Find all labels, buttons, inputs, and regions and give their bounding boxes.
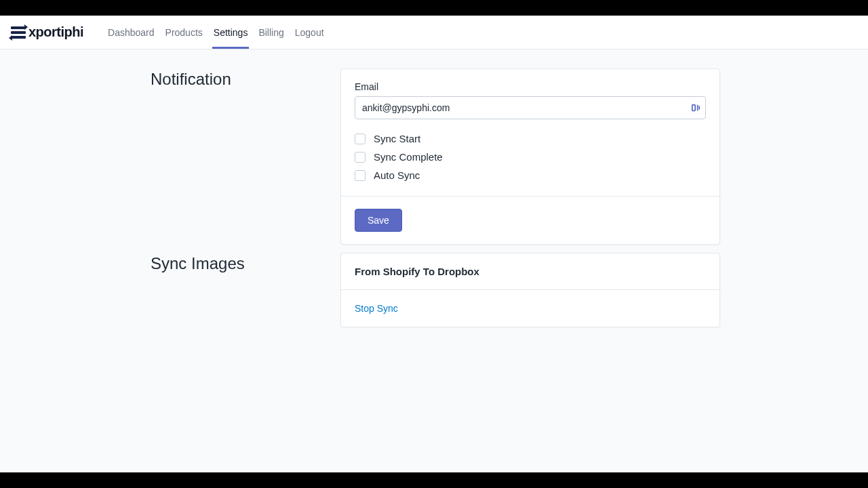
nav-item-label: Settings: [214, 27, 248, 38]
checkbox-icon: [355, 134, 366, 144]
page-content: Notification Email: [0, 49, 868, 472]
nav-item-label: Dashboard: [108, 27, 155, 38]
check-label: Sync Complete: [374, 151, 443, 163]
check-sync-complete[interactable]: Sync Complete: [355, 151, 706, 163]
svg-rect-0: [692, 105, 695, 111]
notification-check-list: Sync Start Sync Complete Auto Sync: [355, 133, 706, 181]
save-button-label: Save: [368, 215, 389, 226]
save-button[interactable]: Save: [355, 209, 402, 232]
email-field[interactable]: [355, 96, 706, 119]
nav-items: Dashboard Products Settings Billing Logo…: [102, 16, 330, 49]
check-auto-sync[interactable]: Auto Sync: [355, 169, 706, 181]
nav-item-label: Products: [165, 27, 203, 38]
brand[interactable]: xportiphi: [11, 16, 83, 49]
nav-item-dashboard[interactable]: Dashboard: [102, 16, 160, 49]
nav-item-billing[interactable]: Billing: [253, 16, 289, 49]
brand-logo-icon: [11, 26, 26, 39]
section-title-sync-images: Sync Images: [151, 253, 340, 327]
checkbox-icon: [355, 152, 366, 163]
email-field-wrap: [355, 96, 706, 119]
check-sync-start[interactable]: Sync Start: [355, 133, 706, 144]
letterbox-top: [0, 0, 868, 16]
checkbox-icon: [355, 170, 366, 181]
section-sync-images: Sync Images From Shopify To Dropbox Stop…: [151, 253, 868, 327]
stop-sync-label: Stop Sync: [355, 303, 398, 314]
brand-name: xportiphi: [28, 24, 83, 40]
letterbox-bottom: [0, 472, 868, 488]
nav-item-label: Billing: [258, 27, 283, 38]
check-label: Auto Sync: [374, 169, 420, 181]
section-title-notification: Notification: [151, 68, 340, 245]
nav-item-settings[interactable]: Settings: [208, 16, 254, 49]
navbar: xportiphi Dashboard Products Settings Bi…: [0, 16, 868, 49]
credential-icon[interactable]: [691, 103, 701, 113]
card-footer: Save: [341, 196, 719, 244]
nav-item-label: Logout: [295, 27, 324, 38]
card-body: Stop Sync: [341, 290, 719, 327]
email-label: Email: [355, 81, 706, 92]
app-root: xportiphi Dashboard Products Settings Bi…: [0, 16, 868, 472]
nav-item-logout[interactable]: Logout: [290, 16, 330, 49]
section-notification: Notification Email: [151, 68, 868, 245]
nav-item-products[interactable]: Products: [160, 16, 208, 49]
stop-sync-button[interactable]: Stop Sync: [355, 303, 398, 314]
check-label: Sync Start: [374, 133, 420, 144]
card-notification: Email: [340, 68, 720, 245]
card-sync-images: From Shopify To Dropbox Stop Sync: [340, 253, 720, 327]
sync-images-heading: From Shopify To Dropbox: [341, 253, 719, 290]
card-body: Email: [341, 69, 719, 196]
